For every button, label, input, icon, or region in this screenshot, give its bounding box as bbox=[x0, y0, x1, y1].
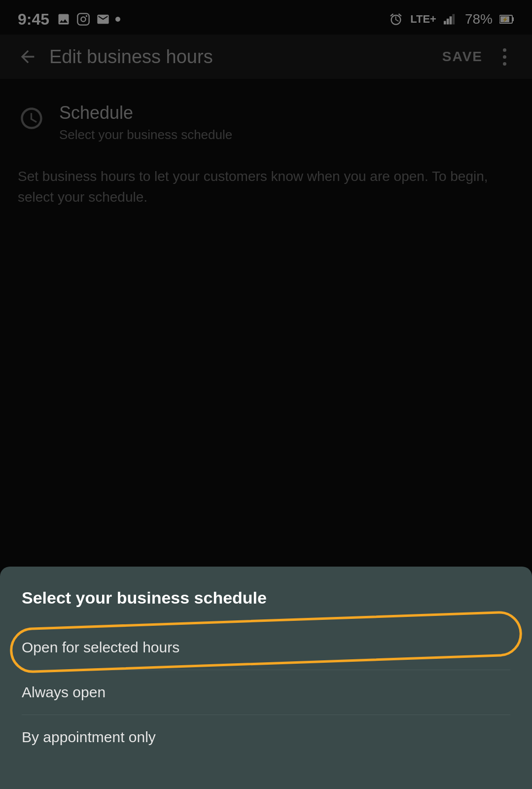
sheet-title: Select your business schedule bbox=[22, 588, 510, 608]
bottom-sheet: Select your business schedule Open for s… bbox=[0, 567, 532, 789]
schedule-option-always-open[interactable]: Always open bbox=[22, 670, 510, 715]
schedule-option-selected-hours[interactable]: Open for selected hours bbox=[22, 625, 510, 670]
schedule-option-label: Open for selected hours bbox=[22, 639, 179, 655]
schedule-option-label: Always open bbox=[22, 684, 106, 700]
schedule-option-appointment[interactable]: By appointment only bbox=[22, 715, 510, 759]
schedule-option-label: By appointment only bbox=[22, 729, 156, 745]
